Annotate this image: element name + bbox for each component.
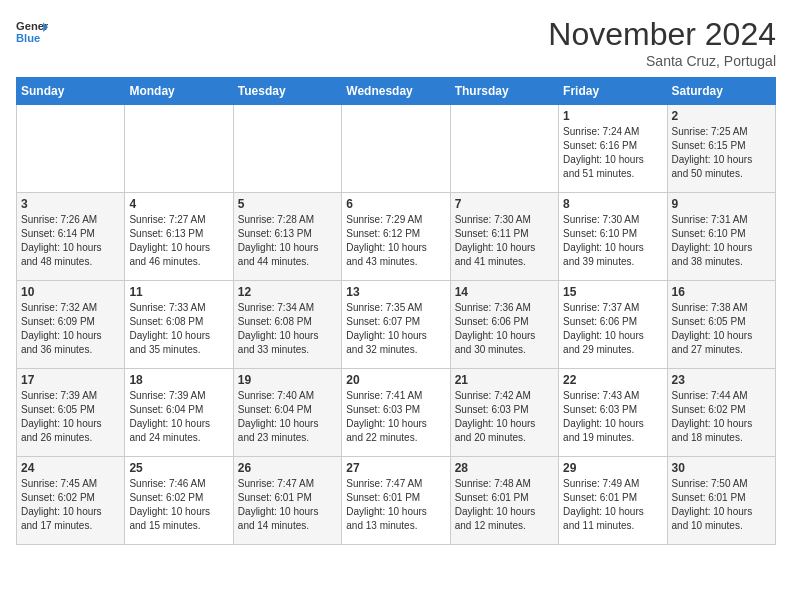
calendar-cell: 4Sunrise: 7:27 AM Sunset: 6:13 PM Daylig… — [125, 193, 233, 281]
calendar-cell — [450, 105, 558, 193]
day-number: 28 — [455, 461, 554, 475]
day-number: 27 — [346, 461, 445, 475]
day-number: 25 — [129, 461, 228, 475]
day-number: 19 — [238, 373, 337, 387]
day-info: Sunrise: 7:34 AM Sunset: 6:08 PM Dayligh… — [238, 301, 337, 357]
day-info: Sunrise: 7:40 AM Sunset: 6:04 PM Dayligh… — [238, 389, 337, 445]
day-number: 11 — [129, 285, 228, 299]
day-number: 3 — [21, 197, 120, 211]
month-title: November 2024 — [548, 16, 776, 53]
calendar-cell — [233, 105, 341, 193]
day-of-week-header: Wednesday — [342, 78, 450, 105]
calendar-cell: 26Sunrise: 7:47 AM Sunset: 6:01 PM Dayli… — [233, 457, 341, 545]
day-of-week-header: Tuesday — [233, 78, 341, 105]
calendar-week-row: 3Sunrise: 7:26 AM Sunset: 6:14 PM Daylig… — [17, 193, 776, 281]
calendar-cell: 17Sunrise: 7:39 AM Sunset: 6:05 PM Dayli… — [17, 369, 125, 457]
calendar-cell: 2Sunrise: 7:25 AM Sunset: 6:15 PM Daylig… — [667, 105, 775, 193]
title-area: November 2024 Santa Cruz, Portugal — [548, 16, 776, 69]
calendar-cell: 24Sunrise: 7:45 AM Sunset: 6:02 PM Dayli… — [17, 457, 125, 545]
day-of-week-header: Saturday — [667, 78, 775, 105]
day-number: 20 — [346, 373, 445, 387]
day-info: Sunrise: 7:30 AM Sunset: 6:10 PM Dayligh… — [563, 213, 662, 269]
day-of-week-header: Thursday — [450, 78, 558, 105]
day-info: Sunrise: 7:27 AM Sunset: 6:13 PM Dayligh… — [129, 213, 228, 269]
calendar-cell: 25Sunrise: 7:46 AM Sunset: 6:02 PM Dayli… — [125, 457, 233, 545]
day-info: Sunrise: 7:42 AM Sunset: 6:03 PM Dayligh… — [455, 389, 554, 445]
calendar-cell: 22Sunrise: 7:43 AM Sunset: 6:03 PM Dayli… — [559, 369, 667, 457]
day-number: 9 — [672, 197, 771, 211]
day-info: Sunrise: 7:38 AM Sunset: 6:05 PM Dayligh… — [672, 301, 771, 357]
day-number: 1 — [563, 109, 662, 123]
day-number: 10 — [21, 285, 120, 299]
day-info: Sunrise: 7:45 AM Sunset: 6:02 PM Dayligh… — [21, 477, 120, 533]
day-info: Sunrise: 7:43 AM Sunset: 6:03 PM Dayligh… — [563, 389, 662, 445]
calendar-cell: 3Sunrise: 7:26 AM Sunset: 6:14 PM Daylig… — [17, 193, 125, 281]
day-info: Sunrise: 7:37 AM Sunset: 6:06 PM Dayligh… — [563, 301, 662, 357]
day-number: 17 — [21, 373, 120, 387]
day-info: Sunrise: 7:32 AM Sunset: 6:09 PM Dayligh… — [21, 301, 120, 357]
calendar-header-row: SundayMondayTuesdayWednesdayThursdayFrid… — [17, 78, 776, 105]
calendar-cell: 18Sunrise: 7:39 AM Sunset: 6:04 PM Dayli… — [125, 369, 233, 457]
day-number: 7 — [455, 197, 554, 211]
day-info: Sunrise: 7:29 AM Sunset: 6:12 PM Dayligh… — [346, 213, 445, 269]
day-number: 21 — [455, 373, 554, 387]
calendar-cell: 23Sunrise: 7:44 AM Sunset: 6:02 PM Dayli… — [667, 369, 775, 457]
day-of-week-header: Sunday — [17, 78, 125, 105]
page-header: General Blue November 2024 Santa Cruz, P… — [16, 16, 776, 69]
calendar-cell: 15Sunrise: 7:37 AM Sunset: 6:06 PM Dayli… — [559, 281, 667, 369]
day-number: 23 — [672, 373, 771, 387]
day-number: 30 — [672, 461, 771, 475]
calendar-cell: 20Sunrise: 7:41 AM Sunset: 6:03 PM Dayli… — [342, 369, 450, 457]
day-info: Sunrise: 7:46 AM Sunset: 6:02 PM Dayligh… — [129, 477, 228, 533]
day-info: Sunrise: 7:36 AM Sunset: 6:06 PM Dayligh… — [455, 301, 554, 357]
day-number: 22 — [563, 373, 662, 387]
calendar-week-row: 17Sunrise: 7:39 AM Sunset: 6:05 PM Dayli… — [17, 369, 776, 457]
calendar-cell: 21Sunrise: 7:42 AM Sunset: 6:03 PM Dayli… — [450, 369, 558, 457]
calendar-cell: 13Sunrise: 7:35 AM Sunset: 6:07 PM Dayli… — [342, 281, 450, 369]
day-info: Sunrise: 7:24 AM Sunset: 6:16 PM Dayligh… — [563, 125, 662, 181]
calendar-cell: 16Sunrise: 7:38 AM Sunset: 6:05 PM Dayli… — [667, 281, 775, 369]
calendar-cell — [17, 105, 125, 193]
day-number: 5 — [238, 197, 337, 211]
calendar-cell: 7Sunrise: 7:30 AM Sunset: 6:11 PM Daylig… — [450, 193, 558, 281]
calendar-week-row: 1Sunrise: 7:24 AM Sunset: 6:16 PM Daylig… — [17, 105, 776, 193]
day-info: Sunrise: 7:50 AM Sunset: 6:01 PM Dayligh… — [672, 477, 771, 533]
calendar-cell — [125, 105, 233, 193]
day-number: 6 — [346, 197, 445, 211]
calendar-cell: 27Sunrise: 7:47 AM Sunset: 6:01 PM Dayli… — [342, 457, 450, 545]
calendar-cell: 11Sunrise: 7:33 AM Sunset: 6:08 PM Dayli… — [125, 281, 233, 369]
calendar-cell: 12Sunrise: 7:34 AM Sunset: 6:08 PM Dayli… — [233, 281, 341, 369]
location: Santa Cruz, Portugal — [548, 53, 776, 69]
day-of-week-header: Friday — [559, 78, 667, 105]
day-number: 13 — [346, 285, 445, 299]
calendar-week-row: 10Sunrise: 7:32 AM Sunset: 6:09 PM Dayli… — [17, 281, 776, 369]
calendar-cell: 30Sunrise: 7:50 AM Sunset: 6:01 PM Dayli… — [667, 457, 775, 545]
calendar-cell: 28Sunrise: 7:48 AM Sunset: 6:01 PM Dayli… — [450, 457, 558, 545]
calendar-cell: 8Sunrise: 7:30 AM Sunset: 6:10 PM Daylig… — [559, 193, 667, 281]
day-number: 2 — [672, 109, 771, 123]
day-info: Sunrise: 7:47 AM Sunset: 6:01 PM Dayligh… — [346, 477, 445, 533]
calendar-week-row: 24Sunrise: 7:45 AM Sunset: 6:02 PM Dayli… — [17, 457, 776, 545]
day-number: 24 — [21, 461, 120, 475]
calendar-cell — [342, 105, 450, 193]
day-of-week-header: Monday — [125, 78, 233, 105]
day-info: Sunrise: 7:39 AM Sunset: 6:04 PM Dayligh… — [129, 389, 228, 445]
calendar-cell: 1Sunrise: 7:24 AM Sunset: 6:16 PM Daylig… — [559, 105, 667, 193]
day-number: 29 — [563, 461, 662, 475]
day-number: 18 — [129, 373, 228, 387]
day-info: Sunrise: 7:41 AM Sunset: 6:03 PM Dayligh… — [346, 389, 445, 445]
day-info: Sunrise: 7:30 AM Sunset: 6:11 PM Dayligh… — [455, 213, 554, 269]
logo: General Blue — [16, 16, 48, 48]
day-info: Sunrise: 7:35 AM Sunset: 6:07 PM Dayligh… — [346, 301, 445, 357]
svg-text:Blue: Blue — [16, 32, 40, 44]
calendar-cell: 14Sunrise: 7:36 AM Sunset: 6:06 PM Dayli… — [450, 281, 558, 369]
day-number: 4 — [129, 197, 228, 211]
day-info: Sunrise: 7:44 AM Sunset: 6:02 PM Dayligh… — [672, 389, 771, 445]
day-number: 26 — [238, 461, 337, 475]
calendar-cell: 10Sunrise: 7:32 AM Sunset: 6:09 PM Dayli… — [17, 281, 125, 369]
calendar-cell: 5Sunrise: 7:28 AM Sunset: 6:13 PM Daylig… — [233, 193, 341, 281]
day-info: Sunrise: 7:48 AM Sunset: 6:01 PM Dayligh… — [455, 477, 554, 533]
day-info: Sunrise: 7:47 AM Sunset: 6:01 PM Dayligh… — [238, 477, 337, 533]
day-number: 15 — [563, 285, 662, 299]
day-info: Sunrise: 7:49 AM Sunset: 6:01 PM Dayligh… — [563, 477, 662, 533]
